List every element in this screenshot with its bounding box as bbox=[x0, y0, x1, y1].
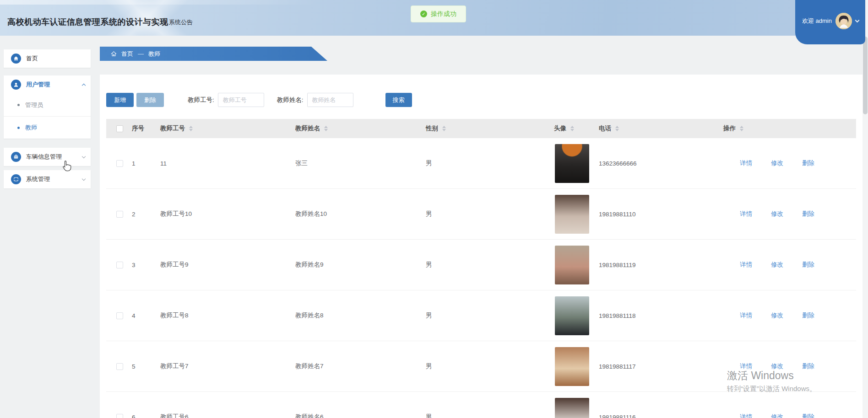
row-checkbox[interactable] bbox=[116, 262, 123, 268]
row-checkbox[interactable] bbox=[116, 363, 123, 370]
scrollbar-thumb[interactable] bbox=[863, 37, 868, 114]
teacher-id-input[interactable] bbox=[218, 93, 264, 107]
action-link-delete[interactable]: 删除 bbox=[802, 210, 814, 218]
cell-job-id: 教师工号10 bbox=[156, 210, 291, 218]
app-title: 高校机动车认证信息管理系统的设计与实现 bbox=[7, 16, 168, 27]
row-checkbox[interactable] bbox=[116, 414, 123, 418]
cell-name: 教师姓名9 bbox=[291, 261, 421, 269]
action-link-delete[interactable]: 删除 bbox=[802, 261, 814, 269]
chevron-down-icon[interactable] bbox=[855, 18, 860, 22]
header-light-streak bbox=[0, 0, 320, 5]
breadcrumb-current: 教师 bbox=[148, 50, 160, 58]
delete-button[interactable]: 删除 bbox=[136, 93, 164, 107]
cell-gender: 男 bbox=[421, 311, 549, 320]
cell-gender: 男 bbox=[421, 159, 549, 167]
teacher-id-filter-label: 教师工号: bbox=[188, 96, 214, 104]
cell-gender: 男 bbox=[421, 413, 549, 418]
action-link-detail[interactable]: 详情 bbox=[740, 311, 752, 320]
teacher-avatar-photo bbox=[555, 195, 589, 234]
teacher-avatar-photo bbox=[555, 246, 589, 284]
column-header-actions[interactable]: 操作 bbox=[719, 124, 856, 133]
page: 高校机动车认证信息管理系统的设计与实现 系统公告 ✓ 操作成功 欢迎 admin bbox=[0, 0, 868, 418]
success-toast: ✓ 操作成功 bbox=[411, 5, 466, 22]
welcome-text: 欢迎 admin bbox=[802, 17, 832, 25]
sort-icon[interactable] bbox=[570, 126, 574, 131]
cell-name: 张三 bbox=[291, 159, 421, 167]
cell-index: 2 bbox=[127, 211, 156, 218]
action-link-delete[interactable]: 删除 bbox=[802, 311, 814, 320]
search-button[interactable]: 搜索 bbox=[385, 93, 412, 107]
sidebar-item-label: 用户管理 bbox=[26, 80, 77, 89]
action-link-edit[interactable]: 修改 bbox=[771, 261, 783, 269]
user-icon bbox=[11, 80, 21, 90]
action-link-edit[interactable]: 修改 bbox=[771, 210, 783, 218]
cell-index: 3 bbox=[127, 262, 156, 268]
row-actions: 详情修改删除 bbox=[719, 311, 856, 320]
sort-icon[interactable] bbox=[324, 126, 328, 131]
cell-phone: 19819881116 bbox=[594, 414, 719, 418]
action-link-edit[interactable]: 修改 bbox=[771, 311, 783, 320]
action-link-edit[interactable]: 修改 bbox=[771, 159, 783, 167]
sort-icon[interactable] bbox=[442, 126, 446, 131]
cell-job-id: 教师工号8 bbox=[156, 311, 291, 320]
table-row: 5 教师工号7 教师姓名7 男 19819881117 详情修改删除 bbox=[106, 341, 856, 392]
select-all-checkbox[interactable] bbox=[116, 125, 123, 132]
row-checkbox[interactable] bbox=[116, 211, 123, 218]
bell-icon bbox=[161, 19, 167, 26]
sidebar-subitem-teacher[interactable]: 教师 bbox=[4, 116, 91, 139]
sort-icon[interactable] bbox=[189, 126, 193, 131]
sidebar-subitem-admin[interactable]: 管理员 bbox=[4, 94, 91, 116]
breadcrumb-home[interactable]: 首页 bbox=[121, 50, 133, 58]
breadcrumb: 首页 — 教师 bbox=[100, 47, 327, 61]
cell-gender: 男 bbox=[421, 362, 549, 370]
sidebar-card-home: 首页 bbox=[4, 49, 91, 68]
row-checkbox[interactable] bbox=[116, 312, 123, 319]
action-link-delete[interactable]: 删除 bbox=[802, 159, 814, 167]
vehicle-icon bbox=[11, 152, 21, 162]
user-avatar[interactable] bbox=[835, 13, 852, 29]
user-menu[interactable]: 欢迎 admin bbox=[795, 0, 865, 44]
column-header-avatar[interactable]: 头像 bbox=[549, 124, 594, 133]
vertical-scrollbar[interactable] bbox=[863, 0, 868, 418]
action-link-delete[interactable]: 删除 bbox=[802, 413, 814, 418]
sidebar-subitem-label: 教师 bbox=[25, 123, 37, 132]
action-link-detail[interactable]: 详情 bbox=[740, 413, 752, 418]
action-link-edit[interactable]: 修改 bbox=[771, 413, 783, 418]
action-link-detail[interactable]: 详情 bbox=[740, 362, 752, 370]
sort-icon[interactable] bbox=[615, 126, 619, 131]
column-header-phone[interactable]: 电话 bbox=[594, 124, 719, 133]
sidebar-item-home[interactable]: 首页 bbox=[4, 49, 91, 68]
row-checkbox[interactable] bbox=[116, 160, 123, 167]
sidebar-item-system-mgmt[interactable]: 系统管理 bbox=[4, 170, 91, 188]
sort-icon[interactable] bbox=[740, 126, 743, 131]
sidebar-item-label: 首页 bbox=[26, 54, 85, 63]
column-header-gender[interactable]: 性别 bbox=[421, 124, 549, 133]
cell-name: 教师姓名10 bbox=[291, 210, 421, 218]
teacher-name-input[interactable] bbox=[307, 93, 353, 107]
action-link-detail[interactable]: 详情 bbox=[740, 159, 752, 167]
toast-message: 操作成功 bbox=[431, 10, 456, 18]
sidebar-item-vehicle-info[interactable]: 车辆信息管理 bbox=[4, 148, 91, 166]
sidebar: 首页 用户管理 管理员 教师 bbox=[0, 36, 93, 418]
column-header-name[interactable]: 教师姓名 bbox=[291, 124, 421, 133]
system-announcement-button[interactable]: 系统公告 bbox=[161, 18, 193, 27]
row-actions: 详情修改删除 bbox=[719, 159, 856, 167]
action-link-delete[interactable]: 删除 bbox=[802, 362, 814, 370]
column-header-job-id[interactable]: 教师工号 bbox=[156, 124, 291, 133]
add-button[interactable]: 新增 bbox=[106, 93, 134, 107]
column-header-index[interactable]: 序号 bbox=[127, 124, 156, 133]
sidebar-item-user-management[interactable]: 用户管理 bbox=[4, 75, 91, 94]
action-link-detail[interactable]: 详情 bbox=[740, 210, 752, 218]
cell-gender: 男 bbox=[421, 210, 549, 218]
row-actions: 详情修改删除 bbox=[719, 362, 856, 370]
bullet-icon bbox=[17, 104, 20, 106]
home-icon bbox=[11, 54, 21, 64]
cell-name: 教师姓名7 bbox=[291, 362, 421, 370]
chevron-up-icon bbox=[82, 83, 86, 87]
row-actions: 详情修改删除 bbox=[719, 210, 856, 218]
action-link-detail[interactable]: 详情 bbox=[740, 261, 752, 269]
action-link-edit[interactable]: 修改 bbox=[771, 362, 783, 370]
cell-gender: 男 bbox=[421, 261, 549, 269]
table-row: 2 教师工号10 教师姓名10 男 19819881110 详情修改删除 bbox=[106, 189, 856, 240]
cell-index: 5 bbox=[127, 363, 156, 370]
